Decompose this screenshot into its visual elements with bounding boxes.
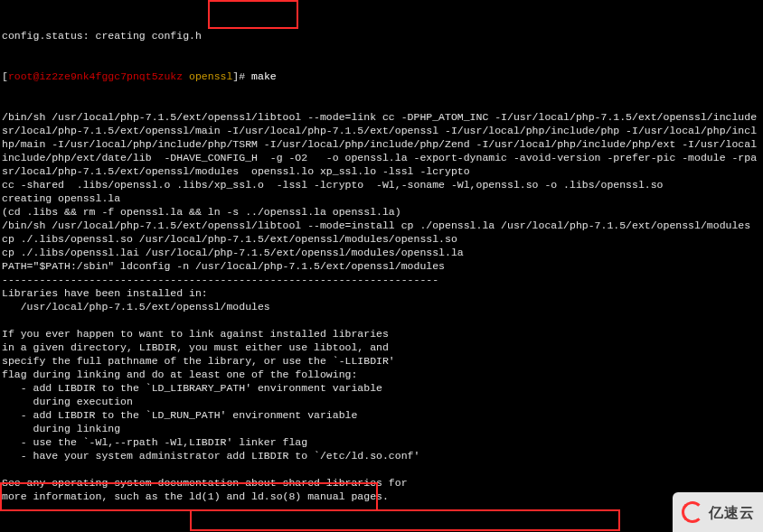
terminal-window[interactable]: config.status: creating config.h [root@i… xyxy=(0,0,763,532)
watermark-badge: 亿速云 xyxy=(673,492,763,532)
annotation-box-make xyxy=(208,0,298,29)
prompt-path: openssl xyxy=(189,70,232,82)
make-output: /bin/sh /usr/local/php-7.1.5/ext/openssl… xyxy=(2,110,761,532)
prompt-user: root@iz2ze9nk4fggc7pnqt5zukz xyxy=(8,70,183,82)
prompt-line-make: [root@iz2ze9nk4fggc7pnqt5zukz openssl]# … xyxy=(2,70,761,83)
watermark-text: 亿速云 xyxy=(709,506,755,519)
command-make: make xyxy=(251,70,277,82)
output-line: config.status: creating config.h xyxy=(2,30,202,42)
